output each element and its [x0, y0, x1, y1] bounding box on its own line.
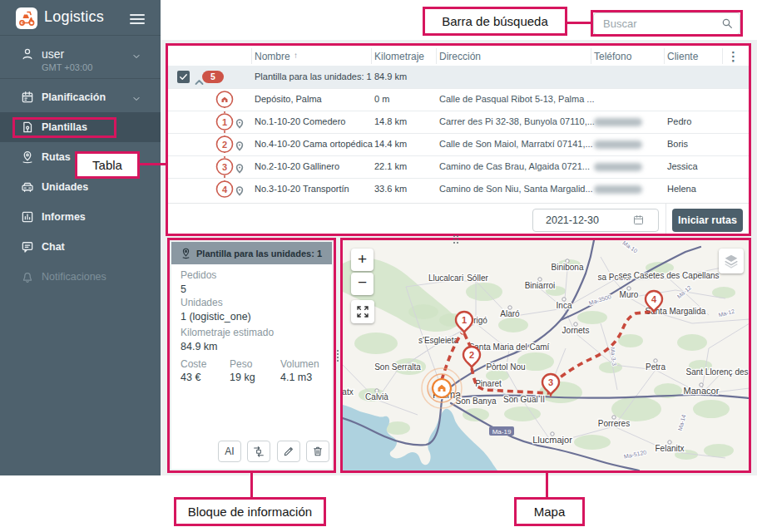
field-label: Kilometraje estimado	[181, 327, 274, 338]
order-client: Jessica	[667, 161, 698, 171]
map-place-label: s'Esgleieta	[418, 336, 458, 345]
map[interactable]: Ma-19 LlucalcariSóllerBinibonaBiniarrois…	[340, 238, 751, 473]
start-routes-button[interactable]: Iniciar rutas	[672, 209, 743, 232]
location-pin-icon	[235, 140, 244, 150]
order-row[interactable]: No.3-10-20 Transportín33.6 kmCamino de S…	[168, 178, 749, 200]
sidebar-item-informes[interactable]: Informes	[0, 202, 161, 232]
map-place-label: Petra	[646, 362, 665, 372]
zoom-out-button[interactable]: −	[351, 273, 374, 295]
order-name: No.1-10-20 Comedero	[255, 116, 345, 126]
map-place-label: Porreres	[598, 419, 630, 428]
group-distance: 84.9 km	[374, 71, 407, 81]
app-logo	[16, 7, 37, 29]
annotation-plantillas-outline	[12, 117, 116, 138]
date-value: 2021-12-30	[546, 214, 599, 226]
delete-button[interactable]	[306, 441, 329, 462]
svg-text:1: 1	[462, 315, 467, 325]
user-icon	[20, 47, 35, 62]
order-name: Depósito, Palma	[255, 94, 322, 104]
sidebar-item-chat[interactable]: Chat	[0, 232, 161, 262]
horizontal-splitter-handle[interactable]	[453, 235, 460, 243]
user-timezone: GMT +03:00	[42, 62, 92, 72]
depot-marker[interactable]	[422, 368, 462, 408]
map-place-label: Inca	[557, 301, 572, 310]
sidebar-item-label: Planificación	[42, 91, 106, 103]
units-icon	[20, 180, 35, 195]
order-address: Camino de Cas Brau, Algaida 0721...	[439, 161, 590, 171]
orders-table: Nombre ↑ Kilometraje Dirección Teléfono …	[166, 43, 751, 236]
column-header-client[interactable]: Cliente	[667, 51, 698, 62]
order-row[interactable]: No.4-10-20 Cama ortopédica14.4 kmCalle d…	[168, 133, 749, 155]
order-client: Helena	[667, 184, 696, 194]
table-menu-icon[interactable]: ⋮	[727, 49, 740, 64]
map-place-label: Santa Maria del Camí	[469, 342, 550, 352]
order-address: Calle de Son Maiol, Marratxí 07141,...	[439, 139, 593, 149]
rename-button[interactable]: AI	[218, 441, 241, 462]
column-header-phone[interactable]: Teléfono	[594, 51, 631, 62]
order-phone-blurred	[594, 163, 642, 171]
map-place-label: Alaró	[500, 309, 520, 318]
column-header-address[interactable]: Dirección	[439, 51, 481, 62]
map-place-label: Llucalcari	[428, 273, 463, 283]
order-phone-blurred	[594, 140, 642, 149]
map-place-label: Sant Llorenç des C	[685, 367, 749, 377]
scooter-icon	[16, 7, 37, 29]
order-distance: 14.4 km	[374, 139, 407, 149]
assign-unit-button[interactable]	[247, 441, 270, 462]
map-place-label: Manacor	[684, 386, 720, 396]
order-distance: 14.8 km	[374, 116, 407, 126]
annotation-search-outline	[591, 10, 743, 37]
group-name: Plantilla para las unidades: 1	[255, 71, 372, 81]
location-pin-icon	[235, 162, 244, 172]
location-pin-icon	[235, 185, 244, 195]
sidebar-item-planificación[interactable]: Planificación	[0, 82, 161, 112]
fullscreen-button[interactable]	[351, 300, 374, 323]
order-phone-blurred	[594, 185, 642, 194]
column-header-name[interactable]: Nombre	[255, 51, 290, 62]
menu-toggle-icon[interactable]	[130, 14, 145, 27]
sidebar-item-notificaciones[interactable]: Notificaciones	[0, 262, 161, 292]
sidebar-nav: PlanificaciónPlantillasRutasUnidadesInfo…	[0, 82, 161, 292]
calendar-icon[interactable]	[632, 214, 645, 226]
routes-icon	[20, 150, 35, 165]
column-header-mileage[interactable]: Kilometraje	[374, 51, 424, 62]
metric-label: Peso	[230, 358, 252, 370]
order-name: No.2-10-20 Gallinero	[255, 161, 339, 171]
sidebar-item-label: Notificaciones	[42, 271, 106, 283]
info-block: Plantilla para las unidades: 1 Pedidos 5…	[167, 238, 336, 473]
annotation-connector	[546, 473, 548, 497]
vertical-splitter-handle[interactable]	[337, 350, 339, 362]
order-row[interactable]: No.1-10-20 Comedero14.8 kmCarrer des Pi …	[168, 111, 749, 133]
reports-icon	[20, 209, 35, 224]
order-client: Boris	[667, 139, 688, 149]
svg-text:2: 2	[469, 350, 474, 360]
annotation-table-label: Tabla	[75, 151, 140, 179]
user-menu[interactable]: user GMT +03:00	[0, 40, 161, 79]
chevron-down-icon	[131, 50, 141, 60]
sort-arrow-icon: ↑	[294, 51, 298, 60]
order-distance: 0 m	[374, 94, 389, 104]
metric-value: 19 kg	[230, 372, 255, 383]
map-place-label: Son Gual II	[503, 395, 545, 404]
group-checkbox[interactable]	[177, 71, 190, 83]
map-canvas: Ma-19 LlucalcariSóllerBinibonaBiniarrois…	[343, 240, 749, 470]
order-row[interactable]: Depósito, Palma0 mCalle de Pasqual Ribot…	[168, 88, 749, 111]
sidebar: Logistics user GMT +03:00 PlanificaciónP…	[0, 0, 161, 475]
field-value: 84.9 km	[181, 341, 217, 352]
map-place-label: Sóller	[467, 273, 488, 283]
order-address: Camino de Son Niu, Santa Margalid...	[439, 184, 593, 194]
svg-text:4: 4	[651, 294, 657, 304]
field-label: Pedidos	[181, 269, 216, 281]
chat-icon	[20, 239, 35, 254]
edit-button[interactable]	[277, 441, 300, 462]
svg-text:3: 3	[548, 377, 553, 387]
map-place-label: Muro	[620, 290, 639, 299]
metric-label: Volumen	[280, 358, 319, 370]
order-name: No.3-10-20 Transportín	[255, 184, 349, 194]
sidebar-item-label: Informes	[42, 211, 86, 223]
order-row[interactable]: No.2-10-20 Gallinero22.1 kmCamino de Cas…	[168, 155, 749, 178]
layers-button[interactable]	[719, 249, 744, 273]
map-place-label: Llucmajor	[532, 435, 572, 445]
zoom-in-button[interactable]: +	[351, 249, 374, 271]
map-place-label: Felanitx	[655, 444, 684, 453]
